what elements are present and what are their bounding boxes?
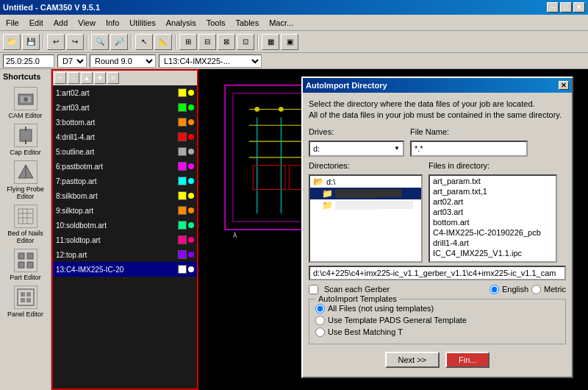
file-drill[interactable]: drill1-4.art <box>430 238 556 248</box>
dialog-overlay: AutoImport Directory ✕ Select the direct… <box>0 69 588 390</box>
toolbar-redo[interactable]: ↪ <box>66 34 84 50</box>
template-option-best: Use Best Matching T <box>315 327 559 337</box>
drives-select[interactable]: d: ▼ <box>309 141 404 157</box>
menu-add[interactable]: Add <box>49 17 73 29</box>
menu-utilities[interactable]: Utilities <box>125 17 159 29</box>
menu-file[interactable]: File <box>1 17 24 29</box>
filename-input[interactable] <box>410 141 528 157</box>
toolbar-select[interactable]: ↖ <box>135 34 153 50</box>
toolbar-b4[interactable]: ⊡ <box>237 34 254 50</box>
dir-item-root[interactable]: 📂 d:\ <box>310 176 421 188</box>
layer-dropdown[interactable]: D71 <box>57 54 87 68</box>
dialog-close-btn[interactable]: ✕ <box>559 81 569 90</box>
file-bottom[interactable]: bottom.art <box>430 217 556 227</box>
dir-item-2[interactable]: 📁 ████████IC_V1.1_C <box>310 199 421 211</box>
app-title: Untitled - CAM350 V 9.5.1 <box>3 3 100 12</box>
toolbar-save[interactable]: 💾 <box>22 34 40 50</box>
dirs-col: Directories: 📂 d:\ 📁 ████████V1.1_G <box>309 161 423 263</box>
best-match-radio[interactable] <box>315 327 325 337</box>
menu-macros[interactable]: Macr... <box>265 17 298 29</box>
unit-radio-group: English Metric <box>490 285 566 294</box>
toolbar: 📁 💾 ↩ ↪ 🔍 🔎 ↖ 📐 ⊞ ⊟ ⊠ ⊡ ▦ ▣ <box>0 31 588 53</box>
dialog-desc-line1: Select the directory where the data file… <box>309 99 535 108</box>
drives-col: Drives: d: ▼ <box>309 127 404 157</box>
use-template-radio[interactable] <box>315 316 325 325</box>
folder-icon-1: 📁 <box>322 188 333 199</box>
toolbar-b2[interactable]: ⊟ <box>198 34 216 50</box>
template-option-use: Use Template PADS General Template <box>315 316 559 325</box>
file-art02[interactable]: art02.art <box>430 196 556 207</box>
toolbar-b5[interactable]: ▦ <box>262 34 279 50</box>
menu-info[interactable]: Info <box>101 17 123 29</box>
directories-listbox[interactable]: 📂 d:\ 📁 ████████V1.1_G 📁 ████████IC_V1.1… <box>309 174 423 263</box>
file-nc-param[interactable]: nc_param.txt <box>430 258 556 263</box>
files-label: Files in directory: <box>429 161 557 170</box>
file-c4imx[interactable]: C4-IMX225-IC-20190226_pcb <box>430 227 556 238</box>
templates-groupbox: AutoImport Templates All Files (not usin… <box>309 299 566 344</box>
all-files-label: All Files (not using templates) <box>328 304 434 313</box>
templates-title: AutoImport Templates <box>315 294 400 303</box>
title-bar-buttons: ─ □ ✕ <box>547 2 585 13</box>
dir-item-1[interactable]: 📁 ████████V1.1_G <box>310 188 421 199</box>
toolbar-sep1 <box>43 35 44 49</box>
finish-button[interactable]: Fin... <box>445 352 490 368</box>
folder-icon-2: 📁 <box>322 200 333 210</box>
position-dropdown[interactable]: L13:C4-IMX225-... <box>159 54 262 68</box>
english-label: English <box>502 285 528 294</box>
file-art-param[interactable]: art_param.txt <box>430 176 556 186</box>
toolbar-b6[interactable]: ▣ <box>281 34 298 50</box>
minimize-button[interactable]: ─ <box>547 2 559 13</box>
toolbar-measure[interactable]: 📐 <box>154 34 172 50</box>
dialog-title: AutoImport Directory <box>306 81 387 90</box>
maximize-button[interactable]: □ <box>560 2 572 13</box>
dialog-title-bar: AutoImport Directory ✕ <box>303 78 572 93</box>
file-art-param-1[interactable]: art_param.txt,1 <box>430 186 556 196</box>
menu-view[interactable]: View <box>74 17 100 29</box>
metric-radio[interactable] <box>531 285 541 294</box>
menu-analysis[interactable]: Analysis <box>162 17 201 29</box>
drive-value: d: <box>313 144 320 153</box>
toolbar-sep2 <box>87 35 88 49</box>
dirs-files-row: Directories: 📂 d:\ 📁 ████████V1.1_G <box>309 161 566 263</box>
dialog-desc-line2: All of the data files in your job must b… <box>309 110 562 119</box>
current-path: d:\c4+225\c4+imx225-ic_v1.1_gerber_v1.1\… <box>309 266 566 280</box>
toolbar-b3[interactable]: ⊠ <box>218 34 235 50</box>
drive-select-arrow: ▼ <box>394 145 400 152</box>
scan-row: Scan each Gerber English Metric <box>309 285 566 294</box>
filename-label: File Name: <box>410 127 528 136</box>
close-button[interactable]: ✕ <box>573 2 585 13</box>
coord-input[interactable] <box>3 54 54 68</box>
coord-bar: D71 Round 9.0 L13:C4-IMX225-... <box>0 53 588 69</box>
toolbar-zoom-in[interactable]: 🔍 <box>91 34 109 50</box>
menu-tables[interactable]: Tables <box>231 17 263 29</box>
template-option-all: All Files (not using templates) <box>315 304 559 313</box>
toolbar-undo[interactable]: ↩ <box>47 34 65 50</box>
english-radio[interactable] <box>490 285 499 294</box>
menu-edit[interactable]: Edit <box>25 17 48 29</box>
toolbar-sep5 <box>257 35 259 49</box>
dialog-buttons: Next >> Fin... <box>309 349 566 371</box>
toolbar-sep4 <box>175 35 176 49</box>
filename-col: File Name: <box>410 127 528 157</box>
all-files-radio[interactable] <box>315 304 325 313</box>
toolbar-sep3 <box>131 35 132 49</box>
toolbar-b1[interactable]: ⊞ <box>179 34 197 50</box>
files-listbox[interactable]: art_param.txt art_param.txt,1 art02.art … <box>429 174 557 263</box>
scan-gerber-checkbox[interactable] <box>309 285 318 294</box>
dir-root-name: d:\ <box>326 177 335 186</box>
next-button[interactable]: Next >> <box>385 352 440 368</box>
drives-filename-row: Drives: d: ▼ File Name: <box>309 127 566 157</box>
best-match-label: Use Best Matching T <box>328 327 403 336</box>
scan-gerber-label: Scan each Gerber <box>324 285 390 294</box>
file-ipc[interactable]: IC_C4_IMX225_V1.1.ipc <box>430 248 556 258</box>
drives-label: Drives: <box>309 127 404 136</box>
toolbar-new[interactable]: 📁 <box>3 34 21 50</box>
file-art03[interactable]: art03.art <box>430 207 556 217</box>
directories-label: Directories: <box>309 161 423 170</box>
metric-label: Metric <box>544 285 566 294</box>
toolbar-zoom-out[interactable]: 🔎 <box>110 34 128 50</box>
use-template-label: Use Template PADS General Template <box>328 316 467 325</box>
layer-name-dropdown[interactable]: Round 9.0 <box>90 54 156 68</box>
menu-tools[interactable]: Tools <box>202 17 230 29</box>
title-bar: Untitled - CAM350 V 9.5.1 ─ □ ✕ <box>0 0 588 15</box>
